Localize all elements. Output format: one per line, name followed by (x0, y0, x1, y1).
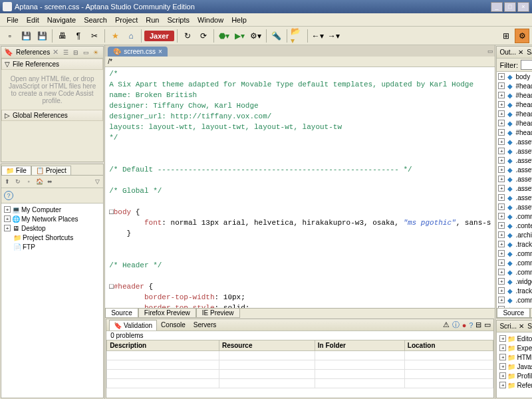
expand-icon[interactable]: + (499, 382, 506, 388)
expand-icon[interactable]: + (498, 148, 505, 154)
expand-icon[interactable]: + (498, 110, 505, 117)
expand-icon[interactable]: + (4, 215, 11, 222)
forward-button[interactable]: →▾ (327, 29, 341, 43)
samples-tab[interactable]: Sa... (527, 49, 532, 56)
expand-icon[interactable]: + (498, 287, 505, 294)
menu-icon[interactable]: ▽ (92, 177, 102, 186)
editor-tab-screen-css[interactable]: 🎨 screen.css × (108, 47, 168, 57)
menu-file[interactable]: File (3, 15, 23, 25)
help-icon[interactable]: ? (4, 191, 13, 200)
panel-icon[interactable]: ⊟ (71, 48, 80, 57)
menu-edit[interactable]: Edit (23, 15, 43, 25)
outline-item[interactable]: +◆.comment-footer a (497, 211, 532, 221)
references-tab[interactable]: References (16, 49, 50, 56)
minimize-icon[interactable]: ⊟ (475, 321, 481, 329)
expand-icon[interactable]: + (498, 297, 505, 303)
editor-view-tab[interactable]: Firefox Preview (138, 309, 196, 318)
outline-item[interactable]: +◆#header (497, 81, 532, 90)
home-button[interactable]: ⌂ (124, 29, 138, 43)
column-header[interactable]: Location (404, 340, 493, 351)
outline-tab[interactable]: Out... (499, 49, 515, 56)
expand-icon[interactable]: + (4, 225, 11, 231)
perspective-button[interactable]: ⚙ (515, 29, 529, 43)
global-references-section[interactable]: ▷ Global References (1, 110, 103, 121)
expand-icon[interactable]: + (498, 241, 505, 247)
snippets-tab[interactable]: Sni... (527, 323, 532, 330)
expand-icon[interactable]: + (498, 250, 505, 257)
explorer-item[interactable]: +🖥Desktop (3, 223, 102, 233)
validation-tab[interactable]: Console (157, 320, 190, 331)
scripts-tab[interactable]: Scri... (499, 323, 517, 330)
info-icon[interactable]: ⓘ (452, 320, 460, 330)
menu-run[interactable]: Run (142, 15, 163, 25)
expand-icon[interactable]: + (498, 278, 505, 285)
outline-item[interactable]: +◆.widget-header (497, 277, 532, 286)
search-button[interactable]: 🔦 (269, 29, 284, 43)
expand-icon[interactable]: + (498, 101, 505, 108)
editor-view-tab[interactable]: IE Preview (196, 309, 240, 318)
project-tab[interactable]: 📋 Project (31, 166, 71, 175)
script-folder[interactable]: +📁Profiles (498, 371, 532, 380)
outline-item[interactable]: +◆#header a :hover (497, 128, 532, 137)
script-folder[interactable]: +📁Editors (498, 334, 532, 343)
expand-icon[interactable]: + (498, 231, 505, 238)
up-icon[interactable]: ⬆ (3, 177, 12, 186)
menu-scripts[interactable]: Scripts (163, 15, 194, 25)
table-row[interactable] (107, 379, 493, 388)
outline-item[interactable]: +◆.asset-content (497, 165, 532, 174)
minimize-button[interactable]: _ (491, 2, 503, 12)
home-icon[interactable]: 🏠 (35, 177, 44, 186)
sync-button[interactable]: ⟳ (196, 29, 211, 43)
outline-item[interactable]: +◆.asset-name (497, 137, 532, 146)
print-button[interactable]: 🖶 (55, 29, 70, 43)
expand-icon[interactable]: + (498, 222, 505, 229)
menu-navigate[interactable]: Navigate (43, 15, 80, 25)
outline-item[interactable]: +◆.asset-footer a (497, 202, 532, 211)
filter-input[interactable] (521, 60, 532, 70)
explorer-item[interactable]: +💻My Computer (3, 205, 102, 214)
expand-icon[interactable]: + (498, 73, 505, 80)
new-button[interactable]: ▫ (3, 29, 17, 43)
expand-icon[interactable]: + (4, 206, 11, 213)
script-folder[interactable]: +📁Experimental (498, 343, 532, 352)
outline-item[interactable]: +◆#header-inner (497, 90, 532, 100)
outline-view-tab[interactable]: Source (497, 309, 530, 318)
expand-icon[interactable]: + (498, 259, 505, 266)
table-row[interactable] (107, 351, 493, 360)
menu-window[interactable]: Window (194, 15, 227, 25)
menu-help[interactable]: Help (227, 15, 251, 25)
file-references-section[interactable]: ▽ File References (1, 59, 103, 70)
format-button[interactable]: ¶ (71, 29, 86, 43)
explorer-item[interactable]: 📁Project Shortcuts (3, 233, 102, 242)
outline-item[interactable]: +◆#header a (497, 118, 532, 128)
column-header[interactable]: Description (107, 340, 219, 351)
expand-icon[interactable]: + (498, 176, 505, 182)
outline-item[interactable]: +◆.asset-meta (497, 184, 532, 193)
cut-button[interactable]: ✂ (87, 29, 102, 43)
menu-search[interactable]: Search (80, 15, 111, 25)
column-header[interactable]: Resource (219, 340, 315, 351)
explorer-item[interactable]: +🌐My Network Places (3, 214, 102, 223)
outline-item[interactable]: +◆#header-name (497, 100, 532, 109)
expand-icon[interactable]: + (499, 372, 506, 379)
expand-icon[interactable]: + (498, 185, 505, 192)
nav-icon[interactable]: ▫ (24, 177, 33, 186)
validation-tab[interactable]: Servers (190, 320, 220, 331)
file-tab[interactable]: 📁 File (1, 166, 31, 175)
outline-item[interactable]: +◆.comments-header (497, 295, 532, 305)
expand-icon[interactable]: + (498, 166, 505, 173)
warning-icon[interactable]: ⚠ (443, 321, 450, 329)
table-row[interactable] (107, 360, 493, 370)
outline-item[interactable]: +◆.asset-name a :hov (497, 156, 532, 165)
menu-project[interactable]: Project (111, 15, 142, 25)
column-header[interactable]: In Folder (315, 340, 404, 351)
outline-item[interactable]: +◆.archive-title (497, 230, 532, 239)
back-button[interactable]: ←▾ (311, 29, 325, 43)
panel-icon[interactable]: ▭ (81, 48, 90, 57)
refresh-button[interactable]: ↻ (180, 29, 195, 43)
tab-close-icon[interactable]: ✕ (53, 48, 59, 57)
validation-tab[interactable]: 🔖 Validation (109, 320, 157, 331)
ext-tools-button[interactable]: ⚙▾ (249, 29, 263, 43)
expand-icon[interactable]: + (498, 92, 505, 98)
outline-item[interactable]: +◆.content-nav (497, 221, 532, 230)
